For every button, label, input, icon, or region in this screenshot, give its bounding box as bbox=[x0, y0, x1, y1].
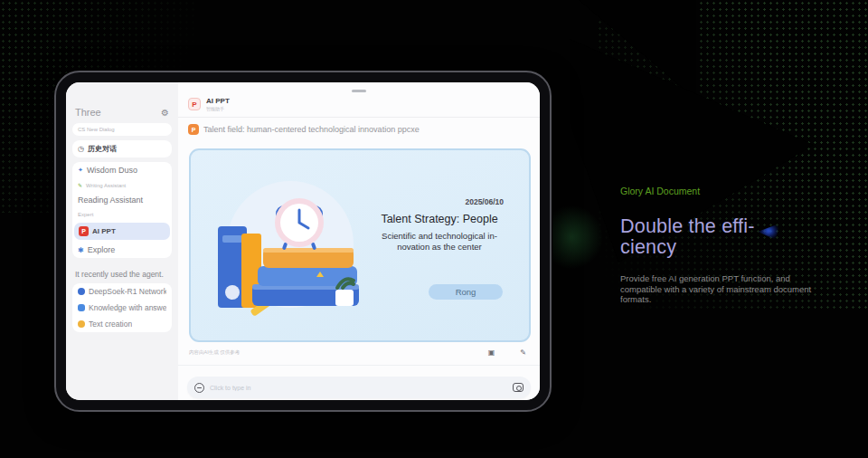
page-background: 10:08 Three ⚙ CS New Dialog ◷ bbox=[0, 0, 868, 458]
message-footer: 内容由AI生成 仅供参考 ▣ ✎ bbox=[189, 348, 531, 357]
slide-preview-card[interactable]: 2025/06/10 Talent Strategy: People Scien… bbox=[189, 148, 531, 342]
recent-list: DeepSoek-R1 Networking Edition Knowledge… bbox=[72, 283, 172, 332]
recent-agents-title: It recently used the agent. bbox=[72, 262, 172, 283]
heading-line1: Double the effi- bbox=[620, 215, 755, 237]
drag-handle[interactable] bbox=[352, 90, 366, 92]
sidebar-item-explore[interactable]: ✱ Explore bbox=[72, 242, 172, 258]
knowledge-icon bbox=[78, 304, 85, 311]
app-subtitle: 智能助手 bbox=[206, 106, 230, 111]
marketing-heading: Double the effi- ciency bbox=[620, 216, 833, 258]
input-divider bbox=[178, 365, 540, 366]
sidebar-item-wisdom-duso[interactable]: ✦ Wisdom Duso bbox=[72, 162, 172, 178]
sidebar-header: Three ⚙ bbox=[72, 107, 172, 123]
agent-list: ✦ Wisdom Duso ✎ Writing Assistant Readin… bbox=[72, 162, 172, 258]
heading-line2: ciency bbox=[620, 236, 676, 258]
sidebar-item-reading-assistant[interactable]: Reading Assistant bbox=[72, 192, 172, 208]
rong-button[interactable]: Rong bbox=[429, 284, 503, 300]
query-text: Talent field: human-centered technologic… bbox=[203, 125, 420, 134]
agent-label: AI PPT bbox=[92, 227, 116, 235]
recent-item-text-creation[interactable]: Text creation bbox=[72, 316, 172, 332]
main-panel: P AI PPT 智能助手 P Talent field: human-cent… bbox=[178, 82, 540, 400]
agent-label: Expert bbox=[78, 212, 93, 217]
chat-input[interactable] bbox=[210, 385, 507, 391]
recent-item-knowledge[interactable]: Knowledge with answer bbox=[72, 300, 172, 316]
agent-label: Explore bbox=[88, 245, 116, 254]
slide-subtitle-line1: Scientific and technological in- bbox=[382, 231, 497, 241]
marketing-copy: Glory AI Document Double the effi- cienc… bbox=[620, 186, 833, 305]
recent-label: DeepSoek-R1 Networking Edition bbox=[89, 287, 166, 296]
marketing-body: Provide free AI generation PPT function,… bbox=[620, 273, 833, 305]
app-title: AI PPT bbox=[206, 97, 230, 105]
explore-icon: ✱ bbox=[78, 246, 84, 254]
app-header: P AI PPT 智能助手 bbox=[178, 82, 540, 117]
sidebar: Three ⚙ CS New Dialog ◷ 历史对话 ✦ Wisdom Du… bbox=[66, 82, 178, 400]
new-dialog-button[interactable]: CS New Dialog bbox=[72, 123, 172, 136]
new-dialog-label: CS New Dialog bbox=[78, 127, 115, 132]
slide-subtitle-line2: novation as the center bbox=[397, 242, 481, 252]
slide-title: Talent Strategy: People bbox=[363, 213, 516, 225]
sidebar-item-expert[interactable]: Expert bbox=[72, 208, 172, 221]
ppt-icon: P bbox=[79, 226, 89, 236]
agent-label: Writing Assistant bbox=[86, 183, 126, 188]
slide-date: 2025/06/10 bbox=[465, 197, 504, 206]
deepsoek-icon bbox=[78, 288, 85, 295]
slide-subtitle: Scientific and technological in- novatio… bbox=[363, 231, 516, 253]
chat-input-bar[interactable] bbox=[187, 377, 531, 398]
ai-disclaimer: 内容由AI生成 仅供参考 bbox=[189, 349, 240, 356]
pen-icon: ✎ bbox=[78, 182, 82, 188]
tablet-screen: 10:08 Three ⚙ CS New Dialog ◷ bbox=[66, 82, 540, 400]
voice-icon[interactable] bbox=[194, 383, 204, 393]
gear-icon[interactable]: ⚙ bbox=[161, 108, 169, 118]
query-ppt-icon: P bbox=[188, 124, 199, 135]
sidebar-title: Three bbox=[75, 107, 101, 118]
user-query: P Talent field: human-centered technolog… bbox=[178, 118, 540, 139]
sidebar-item-ai-ppt[interactable]: P AI PPT bbox=[74, 223, 170, 240]
export-icon[interactable]: ▣ bbox=[488, 348, 495, 357]
recent-item-deepsoek[interactable]: DeepSoek-R1 Networking Edition bbox=[72, 283, 172, 300]
camera-icon[interactable] bbox=[513, 383, 524, 392]
agent-label: Wisdom Duso bbox=[87, 166, 137, 175]
text-creation-icon bbox=[78, 320, 85, 328]
sidebar-item-writing-assistant[interactable]: ✎ Writing Assistant bbox=[72, 178, 172, 192]
recent-label: Text creation bbox=[89, 320, 132, 329]
clock-icon: ◷ bbox=[78, 145, 84, 153]
books-clock-illustration bbox=[200, 170, 381, 326]
history-button[interactable]: ◷ 历史对话 bbox=[72, 140, 172, 157]
edit-icon[interactable]: ✎ bbox=[520, 348, 526, 357]
agent-label: Reading Assistant bbox=[78, 196, 143, 205]
ai-ppt-logo-icon: P bbox=[188, 98, 201, 110]
recent-label: Knowledge with answer bbox=[89, 303, 166, 312]
tablet-frame: 10:08 Three ⚙ CS New Dialog ◷ bbox=[54, 71, 552, 412]
wisdom-icon: ✦ bbox=[78, 167, 83, 174]
product-eyebrow: Glory AI Document bbox=[620, 186, 833, 196]
history-label: 历史对话 bbox=[88, 144, 117, 154]
